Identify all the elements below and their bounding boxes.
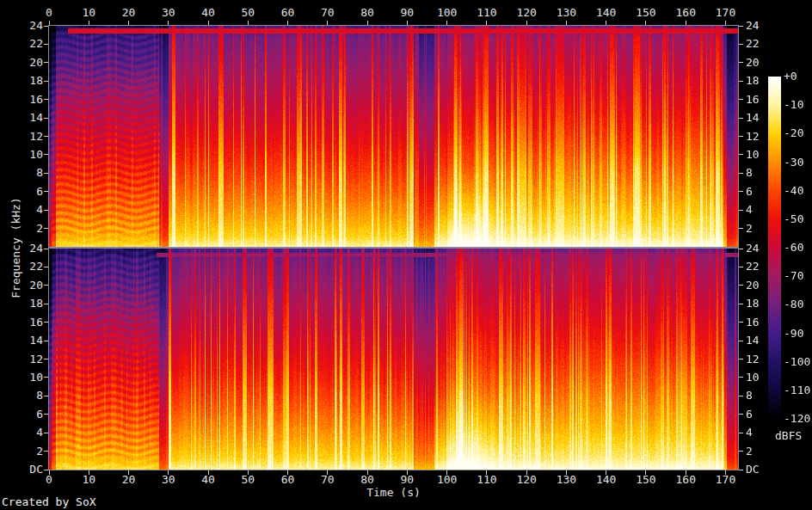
- freq-tick-label-right: 6: [746, 409, 780, 420]
- freq-tick-left: [44, 99, 48, 100]
- time-tick-label-top: 160: [668, 7, 703, 18]
- freq-tick-label-right: 24: [746, 243, 780, 254]
- freq-tick-right: [739, 249, 743, 249]
- freq-tick-right: [739, 304, 743, 304]
- time-tick-label-top: 40: [191, 7, 225, 18]
- time-tick-label-top: 20: [112, 7, 146, 18]
- freq-tick-right: [739, 377, 743, 378]
- time-tick-label-top: 70: [311, 7, 345, 18]
- time-tick-label-top: 130: [549, 7, 583, 18]
- db-tick-label: +0: [784, 71, 812, 82]
- freq-tick-right: [739, 341, 743, 341]
- time-tick-label-bottom: 40: [191, 474, 225, 485]
- freq-tick-left: [44, 173, 48, 174]
- time-tick-top: [606, 21, 606, 25]
- credit-text: Created by SoX: [2, 496, 96, 507]
- freq-tick-left: [44, 249, 48, 249]
- freq-tick-right: [739, 44, 743, 45]
- time-tick-label-bottom: 70: [311, 474, 345, 485]
- time-tick-label-top: 10: [71, 7, 106, 18]
- freq-tick-label-right: 22: [746, 261, 780, 272]
- freq-tick-label-right: 20: [746, 280, 780, 291]
- time-tick-label-bottom: 170: [709, 474, 743, 485]
- freq-tick-label-left: 8: [0, 390, 43, 401]
- freq-tick-left: [44, 81, 48, 82]
- freq-tick-label-left: 10: [0, 372, 43, 383]
- freq-tick-label-right: 20: [746, 57, 780, 68]
- freq-tick-left: [44, 62, 48, 63]
- time-tick-label-top: 80: [350, 7, 384, 18]
- freq-tick-right: [739, 359, 743, 359]
- freq-tick-left: [44, 341, 48, 341]
- freq-tick-label-right: 16: [746, 316, 780, 328]
- freq-tick-label-left: 6: [0, 186, 43, 197]
- freq-tick-label-right: 4: [746, 204, 780, 215]
- freq-tick-label-right: 2: [746, 445, 780, 457]
- freq-tick-label-right: 12: [746, 131, 780, 142]
- time-tick-top: [89, 21, 89, 25]
- time-tick-label-bottom: 10: [71, 474, 106, 485]
- freq-tick-label-right: 6: [746, 186, 780, 197]
- time-tick-label-bottom: 100: [430, 474, 464, 485]
- freq-tick-right: [739, 62, 743, 63]
- y-axis-title: Frequency (kHz): [10, 197, 22, 298]
- db-tick-label: -70: [784, 270, 812, 281]
- freq-tick-right: [739, 173, 743, 174]
- freq-tick-label-right: 16: [746, 94, 780, 105]
- time-tick-label-bottom: 60: [271, 474, 305, 485]
- freq-tick-right: [739, 470, 743, 470]
- freq-tick-left: [44, 377, 48, 378]
- freq-tick-right: [739, 285, 743, 286]
- freq-tick-label-left: 10: [0, 149, 43, 160]
- freq-tick-label-left: 24: [0, 20, 43, 31]
- time-tick-top: [49, 21, 50, 25]
- time-tick-label-bottom: 150: [629, 474, 663, 485]
- freq-tick-label-right: 8: [746, 390, 780, 401]
- freq-tick-left: [44, 267, 48, 267]
- freq-tick-left: [44, 136, 48, 137]
- time-tick-label-bottom: 140: [589, 474, 624, 485]
- freq-tick-label-right: 8: [746, 167, 780, 178]
- freq-tick-label-right: 22: [746, 38, 780, 49]
- freq-tick-right: [739, 322, 743, 323]
- freq-tick-label-left: 4: [0, 427, 43, 438]
- freq-tick-label-right: 14: [746, 335, 780, 346]
- freq-tick-label-left: 12: [0, 131, 43, 142]
- db-tick-label: -60: [784, 242, 812, 253]
- db-tick-label: -50: [784, 213, 812, 224]
- freq-tick-right: [739, 451, 743, 452]
- spectrogram-heatmap: [49, 26, 738, 470]
- freq-tick-label-left: 16: [0, 94, 43, 105]
- freq-tick-label-right: 10: [746, 372, 780, 383]
- freq-tick-label-right: 12: [746, 353, 780, 365]
- freq-tick-label-left: 2: [0, 445, 43, 457]
- colorbar-title: dBFS: [775, 430, 802, 441]
- freq-tick-right: [739, 136, 743, 137]
- time-tick-label-bottom: 160: [668, 474, 703, 485]
- time-tick-top: [407, 21, 408, 25]
- time-tick-label-bottom: 110: [470, 474, 504, 485]
- freq-tick-left: [44, 118, 48, 119]
- time-tick-label-top: 100: [430, 7, 464, 18]
- freq-tick-left: [44, 470, 48, 470]
- time-tick-label-top: 170: [709, 7, 743, 18]
- x-axis-title: Time (s): [49, 487, 738, 498]
- freq-tick-right: [739, 267, 743, 267]
- freq-tick-right: [739, 154, 743, 155]
- freq-tick-label-right: 2: [746, 223, 780, 234]
- time-tick-label-bottom: 90: [390, 474, 424, 485]
- freq-tick-label-left: DC: [0, 464, 43, 475]
- freq-tick-label-left: 6: [0, 409, 43, 420]
- time-tick-top: [208, 21, 209, 25]
- time-tick-label-top: 0: [32, 7, 66, 18]
- db-tick-label: -20: [784, 127, 812, 138]
- freq-tick-label-right: 18: [746, 75, 780, 86]
- freq-tick-label-left: 14: [0, 335, 43, 346]
- freq-tick-right: [739, 81, 743, 82]
- freq-tick-right: [739, 396, 743, 396]
- freq-tick-left: [44, 285, 48, 286]
- freq-tick-label-left: 12: [0, 353, 43, 365]
- time-tick-top: [686, 21, 686, 25]
- freq-tick-label-right: 10: [746, 149, 780, 160]
- time-tick-label-bottom: 30: [151, 474, 186, 485]
